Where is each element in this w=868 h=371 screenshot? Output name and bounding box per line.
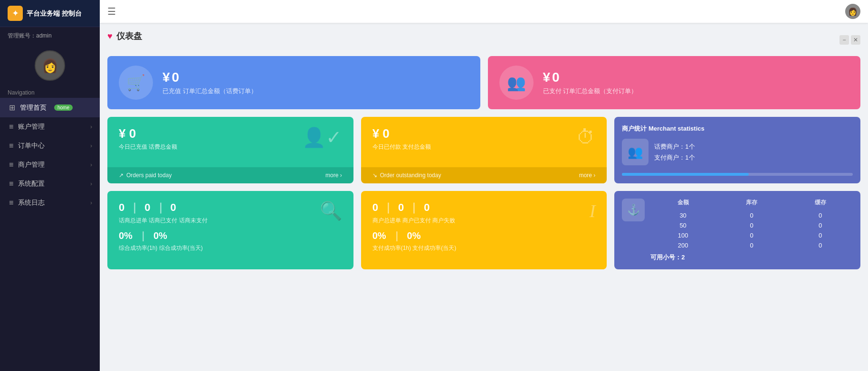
cache-50: 0 bbox=[788, 222, 853, 229]
person-check-icon: 👤✓ bbox=[302, 126, 342, 149]
trend-up-icon: ↗ bbox=[119, 172, 124, 179]
sidebar-item-account[interactable]: ≡ 账户管理 › bbox=[0, 117, 100, 136]
amount-50: 50 bbox=[650, 222, 715, 229]
today-payment-label: 今日已付款 支付总金额 bbox=[372, 143, 431, 151]
talk-success-labels: 综合成功率(1h) 综合成功率(当天) bbox=[119, 244, 208, 252]
recharge-currency: ¥ bbox=[162, 70, 170, 85]
merchant-payment-count: 支付商户：1个 bbox=[654, 152, 695, 163]
talk-paid-orders: 0 bbox=[144, 201, 150, 214]
orders-icon: ≡ bbox=[9, 142, 13, 150]
anchor-icon: ⚓ bbox=[622, 199, 645, 221]
today-recharge-currency: ¥ bbox=[119, 126, 125, 141]
cache-100: 0 bbox=[788, 232, 853, 239]
talk-total-orders: 0 bbox=[119, 201, 124, 214]
stock-50: 0 bbox=[719, 222, 784, 229]
sysconfig-icon: ≡ bbox=[9, 180, 13, 188]
users-icon: 👥 bbox=[499, 66, 534, 100]
sidebar-item-syslog[interactable]: ≡ 系统日志 › bbox=[0, 193, 100, 212]
sidebar-title: 平台业务端 控制台 bbox=[27, 10, 82, 18]
merchant-stat-card: 商户统计 Merchant statistics 👥 话费商户：1个 支付商户：… bbox=[614, 117, 860, 183]
sidebar-item-merchants[interactable]: ≡ 商户管理 › bbox=[0, 155, 100, 174]
today-payment-value: 0 bbox=[382, 126, 389, 141]
merchant-progress-bar-bg bbox=[622, 173, 853, 176]
stat-cards-row2: ¥ 0 今日已充值 话费总金额 👤✓ ↗ Orders paid today m… bbox=[107, 117, 860, 183]
main-content: ☰ 👩 ♥ 仪表盘 − ✕ 🛒 ¥ 0 bbox=[100, 0, 868, 371]
sidebar-item-account-label: 账户管理 bbox=[18, 123, 45, 131]
merch-orders-labels: 商户总进单 商户已支付 商户失败 bbox=[372, 217, 457, 225]
payment-stat-card: 👥 ¥ 0 已支付 订单汇总金额（支付订单） bbox=[488, 56, 861, 109]
merchants-icon: ≡ bbox=[9, 161, 13, 169]
sidebar-item-sysconfig[interactable]: ≡ 系统配置 › bbox=[0, 174, 100, 193]
page-title: ♥ 仪表盘 bbox=[107, 30, 142, 42]
sidebar-item-syslog-label: 系统日志 bbox=[18, 199, 45, 207]
sidebar-admin-label: 管理账号：admin bbox=[0, 27, 100, 45]
avatar: 👩 bbox=[35, 50, 65, 81]
clock-icon: ⏱ bbox=[576, 126, 595, 148]
today-recharge-label: 今日已充值 话费总金额 bbox=[119, 143, 177, 151]
today-payment-currency: ¥ bbox=[372, 126, 379, 141]
chevron-right-icon: › bbox=[90, 124, 92, 130]
today-recharge-card: ¥ 0 今日已充值 话费总金额 👤✓ ↗ Orders paid today m… bbox=[107, 117, 353, 183]
chevron-right-icon: › bbox=[90, 143, 92, 149]
sidebar-item-home-badge: home bbox=[54, 105, 73, 111]
chevron-right-icon: › bbox=[90, 181, 92, 187]
payment-currency: ¥ bbox=[543, 70, 551, 85]
amount-30: 30 bbox=[650, 212, 715, 219]
inventory-row-30: 30 0 0 bbox=[650, 210, 853, 220]
chevron-right-icon: › bbox=[90, 162, 92, 168]
recharge-value: 0 bbox=[172, 70, 180, 85]
window-controls: − ✕ bbox=[839, 35, 860, 45]
talk-merchant-stat-card: 0 ｜ 0 ｜ 0 话商总进单 话商已支付 话商未支付 0% ｜ 0% 综 bbox=[107, 191, 353, 269]
close-button[interactable]: ✕ bbox=[851, 35, 860, 45]
recharge-stat-card: 🛒 ¥ 0 已充值 订单汇总金额（话费订单） bbox=[107, 56, 480, 109]
cache-col-header: 缓存 bbox=[788, 199, 853, 207]
merchant-stat-header: 商户统计 Merchant statistics bbox=[622, 124, 853, 133]
sidebar-item-home-label: 管理首页 bbox=[20, 104, 47, 112]
green-card-more-link[interactable]: more › bbox=[325, 172, 342, 179]
cart-icon: 🛒 bbox=[119, 66, 153, 100]
chevron-right-icon: › bbox=[90, 200, 92, 206]
logo-icon: ✦ bbox=[8, 6, 23, 21]
sidebar-item-home[interactable]: ⊞ 管理首页 home bbox=[0, 98, 100, 117]
syslog-icon: ≡ bbox=[9, 199, 13, 207]
page-subtitle-bar: ♥ 仪表盘 − ✕ bbox=[107, 30, 860, 49]
recharge-label: 已充值 订单汇总金额（话费订单） bbox=[162, 87, 257, 95]
inventory-card: ⚓ 金额 库存 缓存 30 0 0 50 bbox=[614, 191, 860, 269]
sidebar-avatar-section: 👩 bbox=[0, 45, 100, 85]
merchant-users-icon: 👥 bbox=[622, 139, 649, 165]
heart-icon: ♥ bbox=[107, 31, 113, 41]
amount-200: 200 bbox=[650, 242, 715, 249]
stock-col-header: 库存 bbox=[719, 199, 784, 207]
amount-col-header: 金额 bbox=[650, 199, 715, 207]
trend-down-icon: ↘ bbox=[372, 172, 377, 179]
cache-200: 0 bbox=[788, 242, 853, 249]
stock-200: 0 bbox=[719, 242, 784, 249]
merchant-payment-stat-card: 0 ｜ 0 ｜ 0 商户总进单 商户已支付 商户失败 0% ｜ 0% 支付 bbox=[361, 191, 607, 269]
inventory-row-50: 50 0 0 bbox=[650, 220, 853, 230]
merchant-progress-bar bbox=[622, 173, 749, 176]
sidebar-item-sysconfig-label: 系统配置 bbox=[18, 180, 45, 188]
merch-paid-orders: 0 bbox=[398, 201, 404, 214]
payment-label: 已支付 订单汇总金额（支付订单） bbox=[543, 87, 638, 95]
today-payment-card: ¥ 0 今日已付款 支付总金额 ⏱ ↘ Order outstanding to… bbox=[361, 117, 607, 183]
orange-card-more-link[interactable]: more › bbox=[579, 172, 596, 179]
talk-unpaid-orders: 0 bbox=[171, 201, 176, 214]
inventory-row-100: 100 0 0 bbox=[650, 230, 853, 240]
merch-success-rate-today: 0% bbox=[407, 230, 421, 241]
merch-success-rate-1h: 0% bbox=[372, 230, 386, 241]
hamburger-icon: ☰ bbox=[107, 6, 116, 17]
home-icon: ⊞ bbox=[9, 103, 15, 112]
topbar-avatar[interactable]: 👩 bbox=[845, 4, 860, 19]
topbar-right: 👩 bbox=[845, 4, 860, 19]
inventory-table-header: 金额 库存 缓存 bbox=[650, 199, 853, 207]
merch-total-orders: 0 bbox=[372, 201, 378, 214]
sidebar-header: ✦ 平台业务端 控制台 bbox=[0, 0, 100, 27]
minimize-button[interactable]: − bbox=[839, 35, 849, 45]
menu-toggle[interactable]: ☰ bbox=[107, 6, 116, 17]
stat-cards-row3: 0 ｜ 0 ｜ 0 话商总进单 话商已支付 话商未支付 0% ｜ 0% 综 bbox=[107, 191, 860, 269]
inventory-row-200: 200 0 0 bbox=[650, 240, 853, 250]
cache-30: 0 bbox=[788, 212, 853, 219]
sidebar-item-orders[interactable]: ≡ 订单中心 › bbox=[0, 136, 100, 155]
sidebar-nav-label: Navigation bbox=[0, 85, 100, 98]
orders-paid-today-label: Orders paid today bbox=[126, 172, 172, 179]
